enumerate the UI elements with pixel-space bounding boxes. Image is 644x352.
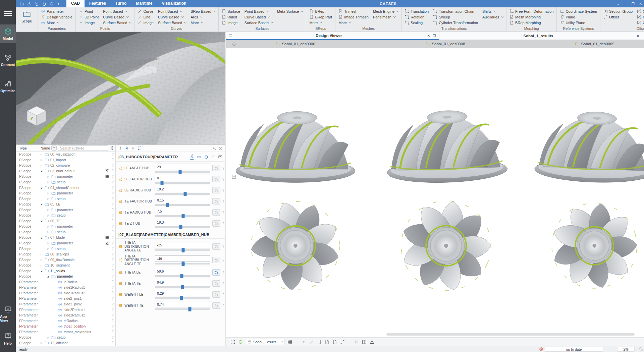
help-glyph[interactable]: ? [110,191,115,195]
ribbon-item[interactable]: More [41,20,72,25]
tree-row[interactable]: FScope 09_flowDomain ? [16,257,115,262]
parameter-slider[interactable] [155,171,210,173]
design-name[interactable]: Sobol_01_des0009 [575,42,614,46]
parameter-slider[interactable] [155,286,210,288]
menu-tab[interactable]: Maritime [131,0,157,7]
sort-button[interactable]: ^ [51,145,57,151]
ribbon-item[interactable]: Translation [405,9,429,14]
impeller-render-side-1[interactable] [226,91,366,187]
help-glyph[interactable]: ? [110,341,115,345]
expand-arrow-icon[interactable] [47,192,51,194]
nav-forward-icon[interactable] [131,146,135,150]
resize-grip[interactable] [639,347,643,351]
ribbon-item[interactable]: BRep Morphing [509,20,553,25]
tree-row[interactable]: FParameter thoat_position ? [16,324,115,329]
ribbon-item[interactable]: Curve Based [103,14,131,19]
reset-button[interactable] [212,269,220,276]
expand-arrow-icon[interactable] [47,214,51,217]
column-header-type[interactable]: Type [16,146,41,150]
help-glyph[interactable]: ? [110,214,115,217]
ribbon-item[interactable]: BRep Part [309,14,332,19]
table-view-icon[interactable] [287,340,292,344]
tree-row[interactable]: FScope parameter ? [16,174,115,179]
impeller-render-front-2[interactable] [395,195,497,297]
mirror-display-icon[interactable] [370,340,374,344]
trimesh-display-icon[interactable] [325,340,329,344]
help-glyph[interactable]: ? [110,180,115,184]
expand-arrow-icon[interactable] [41,153,45,156]
parameter-value-input[interactable] [155,268,210,274]
expand-arrow-icon[interactable] [47,242,51,244]
tree-row[interactable]: FScope setup ? [16,335,115,340]
ribbon-item[interactable]: Trimesh [338,9,369,14]
parameter-value-input[interactable] [155,301,210,307]
tree-row[interactable]: FScope 00_visualization ? [16,152,115,157]
help-glyph[interactable]: ? [110,336,115,339]
impeller-render-front-1[interactable] [245,195,346,296]
expand-arrow-icon[interactable] [41,186,45,189]
ribbon-item[interactable]: Plane [560,14,597,19]
slider-handle[interactable] [181,261,184,266]
sections-display-icon[interactable] [354,340,359,344]
tree-row[interactable]: FScope 06_TE ? [16,218,115,224]
help-glyph[interactable]: ? [110,275,115,278]
reset-button[interactable] [212,220,220,227]
impeller-render-front-3[interactable] [546,197,643,294]
expand-arrow-icon[interactable] [41,203,45,206]
redo-icon[interactable] [49,2,54,6]
tree-row[interactable]: FParameter side2_pos1 ? [16,296,115,301]
fit-view-icon[interactable] [230,340,235,344]
tree-row[interactable]: FScope setup ? [16,213,115,218]
slider-handle[interactable] [179,225,182,229]
ribbon-item[interactable]: Image Offset Group [637,14,644,19]
offset-display-icon[interactable] [340,340,345,344]
tree-row[interactable]: FScope 11_solids ? [16,268,115,274]
menu-tab[interactable]: Features [85,0,111,7]
help-glyph[interactable]: ? [110,325,115,328]
help-glyph[interactable]: ? [220,244,225,248]
help-glyph[interactable]: ? [220,293,225,297]
help-glyph[interactable]: ? [220,271,225,275]
ribbon-item[interactable]: Surface Based [245,20,273,25]
help-glyph[interactable]: ? [110,286,115,289]
ribbon-item[interactable]: Panelmesh [373,14,398,19]
help-glyph[interactable]: ? [110,319,115,322]
expand-arrow-icon[interactable] [47,231,51,233]
tree-row[interactable]: FParameter teRadius ? [16,318,115,324]
parameter-value-input[interactable] [155,208,210,214]
ribbon-item[interactable]: Rotation [405,14,429,19]
tree-row[interactable]: FScope 08_scallops ? [16,251,115,257]
slider-handle[interactable] [188,307,191,311]
parameter-value-input[interactable] [155,290,210,296]
ribbon-item[interactable]: Shifts [482,9,503,14]
brep-display-icon[interactable] [332,340,337,344]
menu-tab[interactable]: CAD [66,0,85,7]
parameter-value-input[interactable] [155,255,210,262]
slider-handle[interactable] [160,181,163,185]
ribbon-item[interactable]: Curve Based [245,14,273,19]
help-glyph[interactable]: ? [110,164,115,167]
ribbon-item[interactable]: Mesh Morphing [509,14,553,19]
tree-row[interactable]: FScope setup ? [16,229,115,235]
help-glyph[interactable]: ? [220,258,225,262]
ribbon-item[interactable]: Arcs [191,14,215,19]
tab-close-icon[interactable] [425,34,432,38]
tree-row[interactable]: FScope parameter ? [16,190,115,196]
pin-icon[interactable] [118,146,122,150]
ribbon-item[interactable]: Mesh Engine [373,9,398,14]
help-glyph[interactable]: ? [110,291,115,295]
expand-arrow-icon[interactable] [41,258,45,261]
slider-handle[interactable] [181,285,184,289]
undo-icon[interactable] [35,2,39,6]
help-glyph[interactable]: ? [110,308,115,311]
menu-tab[interactable]: Turbo [111,0,131,7]
help-glyph[interactable]: ? [110,280,115,284]
tree-row[interactable]: FScope parameter ? [16,240,115,246]
scope-button[interactable]: Scope [19,9,35,24]
help-glyph[interactable]: ? [220,177,225,181]
maximize-button[interactable] [632,2,635,6]
ribbon-item[interactable]: Offset Group Assembly [637,20,644,25]
parameter-slider[interactable] [155,215,210,217]
sidebar-item-connect[interactable]: Connect [0,51,16,69]
ribbon-item[interactable]: Point Based [103,9,131,14]
